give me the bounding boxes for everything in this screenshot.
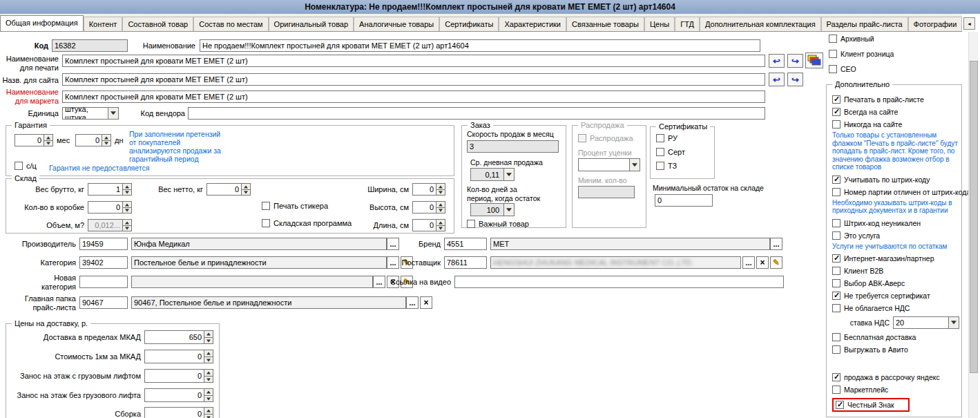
supplier-edit-button[interactable]: ✎ bbox=[770, 256, 782, 269]
dropdown-arrow-icon[interactable] bbox=[948, 316, 959, 329]
delivery-km-spinner[interactable]: 0 bbox=[144, 350, 213, 363]
sidebar-checkbox-6[interactable]: Номер партии отличен от штрих-кода bbox=[832, 188, 961, 196]
sidebar-checkbox-12[interactable]: Клиент B2B bbox=[832, 267, 961, 275]
sidebar-checkbox-2[interactable]: Всегда на сайте bbox=[832, 108, 961, 116]
supplier-lookup-button[interactable]: ... bbox=[742, 256, 755, 269]
tab-3[interactable]: Составной товар bbox=[122, 17, 193, 31]
sidebar-checkbox-9[interactable]: Это услуга bbox=[832, 231, 961, 240]
daily-sales-select[interactable]: 0,11 bbox=[470, 168, 515, 181]
no-warranty-link[interactable]: Гарантия не предоставляется bbox=[49, 164, 149, 172]
supplier-code-field[interactable]: 78611 bbox=[444, 256, 487, 269]
sidebar-checkbox-8[interactable]: Штрих-код неуникален bbox=[832, 219, 961, 227]
main-folder-code-field[interactable]: 90467 bbox=[79, 296, 128, 309]
tab-2[interactable]: Контент bbox=[84, 17, 123, 31]
spin-down-icon[interactable] bbox=[102, 140, 111, 147]
sidebar-checkbox-14[interactable]: Не требуется сертификат bbox=[832, 292, 961, 300]
spin-down-icon[interactable] bbox=[204, 337, 213, 345]
sidebar-checkbox-21[interactable]: Маркетплейс bbox=[832, 386, 961, 394]
tab-4[interactable]: Состав по местам bbox=[193, 17, 268, 31]
site-name-field[interactable]: Комплект простыней для кровати МЕТ ЕМЕТ … bbox=[62, 73, 765, 86]
tab-14[interactable]: Фотографии bbox=[908, 17, 962, 31]
warehouse-program-checkbox[interactable]: Складская программа bbox=[262, 219, 352, 227]
new-category-name-field[interactable] bbox=[131, 276, 373, 288]
producer-code-field[interactable]: 19459 bbox=[79, 238, 128, 250]
spin-down-icon[interactable] bbox=[241, 189, 251, 196]
producer-name-field[interactable]: Юнфа Медикал bbox=[131, 238, 387, 250]
carry-lift-spinner[interactable]: 0 bbox=[144, 369, 213, 383]
sidebar-top-checkbox-1[interactable]: Архивный bbox=[829, 35, 894, 43]
tab-1[interactable]: Общая информация bbox=[0, 15, 84, 32]
spin-down-icon[interactable] bbox=[122, 207, 132, 214]
market-name-field[interactable]: Комплект простыней для кровати МЕТ ЕМЕТ … bbox=[62, 91, 765, 103]
dropdown-arrow-icon[interactable] bbox=[503, 168, 515, 181]
spin-down-icon[interactable] bbox=[122, 189, 132, 196]
print-name-field[interactable]: Комплект простыней для кровати МЕТ ЕМЕТ … bbox=[62, 55, 765, 67]
important-product-checkbox[interactable]: Важный товар bbox=[467, 220, 529, 228]
brand-lookup-button[interactable]: ... bbox=[770, 238, 782, 250]
scrollbar-thumb[interactable] bbox=[970, 61, 978, 373]
copy-forward-button-2[interactable]: ↪ bbox=[787, 73, 803, 86]
main-folder-clear-button[interactable]: × bbox=[420, 296, 432, 309]
tab-11[interactable]: ГТД bbox=[675, 17, 700, 31]
spin-down-icon[interactable] bbox=[204, 395, 213, 403]
width-spinner[interactable]: 0 bbox=[412, 183, 445, 196]
spin-down-icon[interactable] bbox=[436, 207, 445, 214]
sidebar-checkbox-18[interactable]: Выгружать в Авито bbox=[832, 345, 961, 354]
category-lookup-button[interactable]: ... bbox=[387, 256, 399, 269]
copy-back-button-2[interactable]: ↩ bbox=[769, 73, 785, 86]
dropdown-arrow-icon[interactable] bbox=[629, 158, 640, 171]
sidebar-top-checkbox-2[interactable]: Клиент розница bbox=[829, 50, 894, 58]
main-folder-name-field[interactable]: 90467, Постельное белье и принадлежности bbox=[131, 296, 406, 309]
min-qty-field[interactable] bbox=[578, 186, 635, 198]
sidebar-checkbox-3[interactable]: Никогда на сайте bbox=[832, 120, 961, 129]
sidebar-checkbox-15[interactable]: Не облагается НДС bbox=[832, 304, 961, 312]
cert-tz-checkbox[interactable]: ТЗ bbox=[656, 162, 677, 170]
copy-forward-button[interactable]: ↪ bbox=[787, 54, 803, 68]
tab-scroll-left-button[interactable]: ◄ bbox=[963, 17, 975, 30]
length-spinner[interactable]: 0 bbox=[412, 219, 445, 231]
days-period-select[interactable]: 100 bbox=[470, 203, 515, 216]
warranty-days-spinner[interactable]: 0 bbox=[75, 134, 111, 146]
producer-lookup-button[interactable]: ... bbox=[387, 238, 399, 250]
spin-down-icon[interactable] bbox=[204, 376, 213, 383]
vendor-code-field[interactable] bbox=[188, 107, 765, 120]
sc-checkbox[interactable]: с/ц bbox=[15, 162, 37, 170]
sidebar-checkbox-1[interactable]: Печатать в прайс-листе bbox=[832, 95, 961, 104]
sidebar-checkbox-22[interactable]: Честный Знак bbox=[832, 398, 910, 412]
box-qty-spinner[interactable]: 0 bbox=[88, 201, 132, 213]
tab-8[interactable]: Характеристики bbox=[499, 17, 566, 31]
sidebar-checkbox-17[interactable]: Бесплатная доставка bbox=[832, 333, 961, 341]
cert-ru-checkbox[interactable]: РУ bbox=[656, 134, 678, 142]
vertical-scrollbar[interactable] bbox=[968, 32, 978, 418]
sales-speed-field[interactable]: 3 bbox=[467, 140, 559, 153]
cert-sert-checkbox[interactable]: Серт bbox=[656, 148, 685, 156]
brand-code-field[interactable]: 4551 bbox=[444, 238, 487, 250]
carry-nolift-spinner[interactable]: 0 bbox=[144, 388, 213, 402]
tab-13[interactable]: Разделы прайс-листа bbox=[821, 17, 908, 31]
net-weight-spinner[interactable]: 0 bbox=[206, 183, 251, 196]
gross-weight-spinner[interactable]: 1 bbox=[88, 183, 132, 196]
name-field[interactable]: Не продаем!!!Комплект простыней для кров… bbox=[200, 39, 760, 52]
new-category-code-field[interactable] bbox=[79, 276, 128, 288]
sidebar-checkbox-20[interactable]: продажа в рассрочку яндекс bbox=[832, 373, 961, 381]
dropdown-arrow-icon[interactable] bbox=[503, 203, 515, 216]
category-code-field[interactable]: 39402 bbox=[79, 256, 128, 269]
spin-down-icon[interactable] bbox=[44, 140, 53, 147]
sidebar-checkbox-13[interactable]: Выбор АВК-Аверс bbox=[832, 279, 961, 287]
spin-down-icon[interactable] bbox=[436, 225, 445, 232]
min-stock-field[interactable]: 0 bbox=[655, 194, 713, 207]
sidebar-top-checkbox-3[interactable]: СЕО bbox=[829, 65, 894, 73]
dropdown-arrow-icon[interactable] bbox=[108, 107, 119, 120]
tab-7[interactable]: Сертификаты bbox=[439, 17, 499, 31]
supplier-clear-button[interactable]: × bbox=[756, 256, 769, 269]
tab-5[interactable]: Оригинальный товар bbox=[269, 17, 354, 31]
vat-rate-select[interactable]: 20 bbox=[893, 316, 959, 329]
video-link-field[interactable] bbox=[454, 276, 784, 288]
supplier-name-field[interactable]: HENGSHUI ZHUKANG MEDICAL INSTRUMENT CO.,… bbox=[490, 256, 741, 269]
tab-12[interactable]: Дополнительная комплектация bbox=[700, 17, 821, 31]
brand-name-field[interactable]: МЕТ bbox=[490, 238, 770, 250]
tab-10[interactable]: Цены bbox=[644, 17, 675, 31]
code-field[interactable]: 16382 bbox=[52, 39, 128, 52]
print-price-tags-button[interactable] bbox=[805, 53, 823, 68]
spin-down-icon[interactable] bbox=[204, 414, 213, 418]
